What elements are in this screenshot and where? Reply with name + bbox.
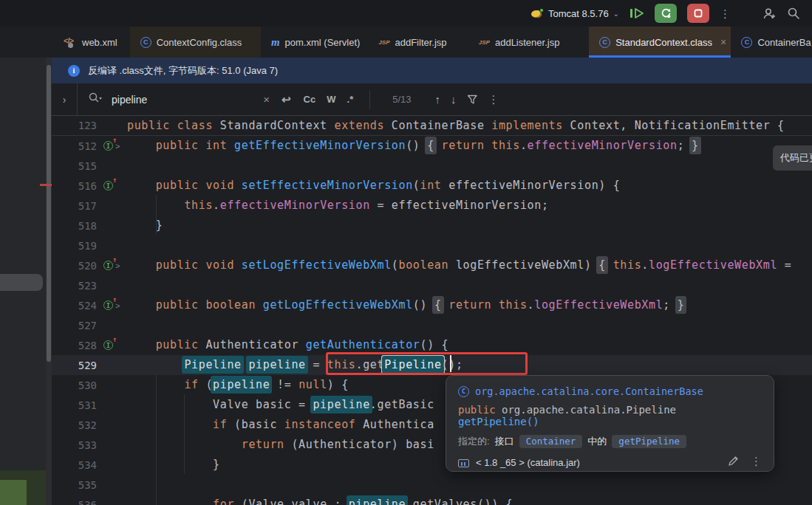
popup-class-link[interactable]: org.apache.catalina.core.ContainerBase [475, 385, 703, 397]
code-text: this.effectiveMinorVersion = effectiveMi… [127, 196, 549, 216]
tab-addfilter-jsp[interactable]: JSP addFilter.jsp [368, 27, 468, 58]
gutter-icons: I↑> [102, 261, 127, 270]
popup-more-icon[interactable]: ⋮ [751, 456, 762, 467]
code-token: = [777, 258, 791, 272]
line-number: 534 [52, 459, 102, 471]
code-line[interactable]: 516I↑ public void setEffectiveMinorVersi… [52, 176, 812, 196]
code-token: (Authenticator) basi [284, 438, 434, 451]
code-text: if (pipeline != null) { [127, 375, 349, 395]
code-line[interactable]: 527 [52, 315, 812, 335]
decompile-notification-banner: i 反编译 .class文件, 字节码版本: 51.0 (Java 7) [52, 58, 812, 83]
code-token: return [442, 139, 485, 152]
tab-pom-xml[interactable]: m pom.xml (Servlet) [261, 27, 368, 58]
overrides-method-icon[interactable]: I↑ [103, 181, 113, 190]
code-token: .getValves()) { [406, 498, 513, 505]
code-token: effectiveMinorVersion [528, 139, 678, 152]
code-token: Authentica [356, 418, 434, 431]
run-configuration-selector[interactable]: Tomcat 8.5.76 ⌄ [531, 8, 619, 19]
code-line[interactable]: 524I↑> public boolean getLogEffectiveWeb… [52, 295, 812, 315]
search-history-icon[interactable]: ↩ [282, 93, 291, 106]
line-number: 535 [52, 479, 102, 491]
xml-file-icon: </> [64, 36, 77, 48]
code-line[interactable]: 515 [52, 156, 812, 176]
stop-button[interactable] [687, 4, 709, 23]
code-token: StandardContext [213, 119, 334, 132]
edit-icon[interactable] [728, 456, 739, 467]
more-actions-icon[interactable]: ⋮ [720, 8, 731, 19]
tab-containerbase[interactable]: C ContainerBa [731, 27, 812, 58]
search-more-icon[interactable]: ⋮ [488, 94, 499, 105]
code-line[interactable]: 520I↑> public void setLogEffectiveWebXml… [52, 255, 812, 275]
close-icon[interactable]: × [720, 36, 726, 48]
code-text: public boolean getLogEffectiveWebXml() {… [127, 295, 684, 315]
code-token: pipeline [213, 378, 270, 391]
error-stripe-mark[interactable] [40, 184, 52, 186]
overrides-method-icon[interactable]: I↑ [103, 261, 113, 270]
code-token: for [213, 498, 234, 505]
code-line[interactable]: 519 [52, 236, 812, 255]
tab-addlistener-jsp[interactable]: JSP addListener.jsp [468, 27, 589, 58]
line-number: 528 [52, 340, 102, 351]
code-token: boolean [205, 298, 256, 312]
code-text: } [127, 455, 220, 475]
overrides-method-icon[interactable]: I↑ [103, 340, 113, 350]
code-token: implements [491, 119, 563, 132]
popup-container-chip[interactable]: Container [519, 435, 583, 448]
text-caret [450, 355, 451, 372]
line-number: 517 [52, 200, 102, 212]
code-line[interactable]: 518 } [52, 216, 812, 236]
jsp-file-icon: JSP [479, 39, 490, 46]
next-match-icon[interactable]: ↓ [451, 93, 457, 106]
code-token: instanceof [284, 418, 356, 431]
tab-web-xml[interactable]: </> web.xml [53, 27, 130, 58]
tab-label: web.xml [82, 37, 117, 48]
overrides-method-icon[interactable]: I↑ [103, 300, 113, 310]
code-line[interactable]: 528I↑ public Authenticator getAuthentica… [52, 335, 812, 355]
search-input[interactable]: pipeline [112, 94, 147, 106]
code-line[interactable]: 123public class StandardContext extends … [52, 116, 812, 136]
regex-toggle[interactable]: .* [347, 94, 354, 105]
code-line[interactable]: 523 [52, 275, 812, 295]
up-arrow-icon: ↑ [112, 255, 117, 264]
code-token: } [678, 298, 685, 312]
code-token [127, 258, 156, 272]
code-token: () [406, 139, 427, 152]
whole-words-toggle[interactable]: W [327, 94, 335, 105]
main-toolbar: Tomcat 8.5.76 ⌄ ⋮ [0, 0, 812, 27]
code-line[interactable]: 517 this.effectiveMinorVersion = effecti… [52, 196, 812, 216]
chevron-down-icon: ⌄ [613, 10, 619, 18]
previous-match-icon[interactable]: ↑ [435, 93, 441, 106]
code-line[interactable]: 536 for (Valve valve : pipeline.getValve… [52, 495, 812, 505]
code-token: void [205, 179, 234, 192]
code-token [127, 298, 156, 312]
panel-floating-button[interactable] [0, 274, 43, 291]
code-line[interactable]: 535 [52, 475, 812, 495]
code-token [256, 298, 263, 312]
code-token: (basic [227, 418, 284, 431]
line-number: 533 [52, 439, 102, 451]
clear-search-icon[interactable]: × [263, 93, 270, 106]
filter-icon[interactable] [467, 95, 478, 105]
tab-standardcontext[interactable]: C StandardContext.class × [589, 27, 731, 58]
code-token [199, 179, 206, 192]
rerun-button[interactable] [655, 4, 677, 23]
expand-search-icon[interactable]: › [52, 83, 78, 115]
code-line[interactable]: 529 Pipeline pipeline = this.getPipeline… [52, 355, 812, 375]
run-icon[interactable] [630, 7, 644, 19]
match-case-toggle[interactable]: Cc [304, 94, 316, 105]
overrides-method-icon[interactable]: I↑ [103, 141, 113, 151]
code-line[interactable]: 512I↑> public int getEffectiveMinorVersi… [52, 136, 812, 156]
code-with-me-icon[interactable] [762, 7, 777, 20]
code-token: void [205, 258, 234, 272]
java-class-icon: C [140, 37, 151, 48]
panel-scrollbar-thumb[interactable] [47, 65, 51, 362]
tab-contextconfig[interactable]: C ContextConfig.class [130, 27, 261, 58]
search-icon[interactable] [88, 92, 103, 108]
code-token [234, 258, 242, 272]
code-token: { [434, 298, 442, 312]
quick-doc-popup: C org.apache.catalina.core.ContainerBase… [446, 375, 774, 472]
code-token: logEffectiveWebXml) [448, 258, 598, 272]
popup-method-chip[interactable]: getPipeline [612, 435, 686, 448]
line-number: 519 [52, 240, 102, 252]
search-everywhere-icon[interactable] [787, 7, 800, 20]
